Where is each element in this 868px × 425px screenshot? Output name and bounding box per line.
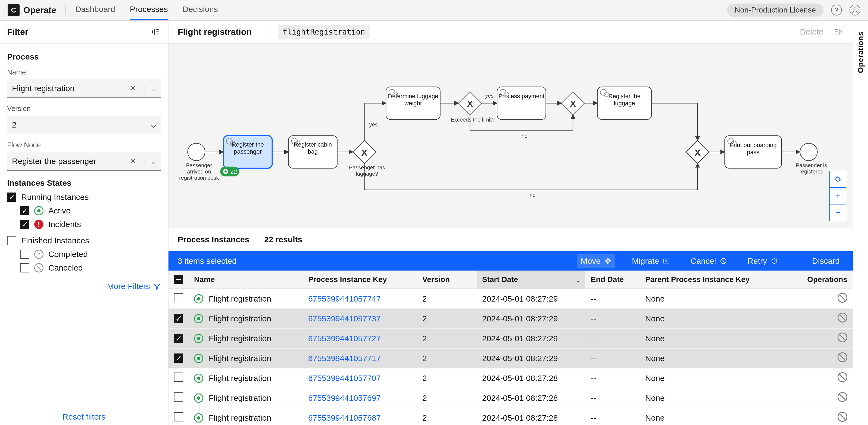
checkbox-finished[interactable]	[7, 236, 16, 245]
task-register-cabin-bag[interactable]: Register cabin bag	[288, 136, 337, 168]
start-event[interactable]	[188, 143, 205, 161]
end-event[interactable]	[800, 143, 817, 161]
row-checkbox[interactable]	[174, 372, 183, 382]
operations-rail[interactable]: Operations	[853, 21, 868, 425]
discard-button[interactable]: Discard	[808, 254, 843, 268]
table-row[interactable]: Flight registration 6755399441057697 2 2…	[168, 388, 853, 408]
table-row[interactable]: ✓ Flight registration 6755399441057737 2…	[168, 309, 853, 329]
move-button[interactable]: Move ✥	[577, 254, 615, 268]
col-name[interactable]: Name	[189, 271, 303, 289]
task-process-payment[interactable]: Process payment	[497, 87, 546, 120]
state-active-icon	[194, 413, 203, 423]
col-parent[interactable]: Parent Process Instance Key	[640, 271, 776, 289]
zoom-fit-button[interactable]	[829, 171, 846, 188]
row-checkbox[interactable]	[174, 392, 183, 402]
cancel-instance-icon[interactable]	[838, 353, 847, 362]
col-ops[interactable]: Operations	[776, 271, 853, 289]
svg-text:no: no	[530, 192, 536, 198]
table-row[interactable]: ✓ Flight registration 6755399441057727 2…	[168, 329, 853, 348]
checkbox-incidents[interactable]: ✓	[20, 220, 29, 229]
migrate-button[interactable]: Migrate	[628, 254, 674, 268]
checkbox-completed[interactable]	[20, 250, 29, 259]
nav-decisions[interactable]: Decisions	[183, 5, 218, 21]
brand[interactable]: C Operate	[8, 4, 56, 16]
row-key-link[interactable]: 6755399441057737	[308, 314, 381, 323]
col-start[interactable]: Start Date ↓	[477, 271, 585, 289]
col-end[interactable]: End Date	[585, 271, 640, 289]
clear-icon[interactable]: ✕	[130, 84, 136, 93]
row-checkbox[interactable]: ✓	[174, 334, 183, 343]
row-key-link[interactable]: 6755399441057727	[308, 334, 381, 343]
nav-processes[interactable]: Processes	[130, 5, 168, 21]
col-checkbox[interactable]	[168, 271, 189, 289]
row-key-link[interactable]: 6755399441057687	[308, 413, 381, 422]
task-register-passenger[interactable]: Register the passenger	[223, 136, 272, 168]
row-name: Flight registration	[209, 354, 271, 363]
filter-header: Filter	[0, 21, 168, 43]
row-checkbox[interactable]: ✓	[174, 314, 183, 323]
nav-dashboard[interactable]: Dashboard	[75, 5, 115, 21]
gateway-merge-payment[interactable]: X	[561, 92, 585, 115]
app-header: C Operate Dashboard Processes Decisions …	[0, 0, 868, 21]
row-parent: None	[640, 368, 776, 388]
select-all-checkbox[interactable]	[174, 275, 183, 284]
zoom-in-button[interactable]: +	[829, 188, 846, 205]
selection-bar: 3 items selected Move ✥ Migrate Cancel	[168, 251, 853, 271]
cancel-instance-icon[interactable]	[838, 412, 847, 422]
move-icon: ✥	[604, 256, 611, 266]
row-key-link[interactable]: 6755399441057717	[308, 354, 381, 363]
task-determine-luggage[interactable]: Determine luggage weight	[386, 87, 440, 120]
retry-button[interactable]: Retry	[744, 254, 782, 268]
svg-text:22: 22	[230, 168, 237, 175]
label-running: Running Instances	[21, 192, 89, 202]
instances-table: Name Process Instance Key Version Start …	[168, 271, 853, 425]
gateway-merge-final[interactable]: X	[686, 141, 709, 164]
collapse-panel-icon[interactable]	[833, 26, 843, 37]
bpmn-diagram[interactable]: Passenger arrived on registration desk R…	[168, 43, 853, 229]
chevron-down-icon[interactable]: ⌵	[151, 120, 156, 129]
task-print-pass[interactable]: Print out boarding pass	[725, 136, 782, 168]
table-row[interactable]: Flight registration 6755399441057747 2 2…	[168, 289, 853, 309]
row-version: 2	[417, 408, 477, 425]
row-checkbox[interactable]	[174, 293, 183, 302]
gateway-exceeds-limit[interactable]: X	[459, 92, 482, 115]
checkbox-active[interactable]: ✓	[20, 206, 29, 215]
gateway-has-luggage[interactable]: X	[353, 141, 376, 164]
collapse-panel-icon[interactable]	[150, 26, 161, 37]
row-key-link[interactable]: 6755399441057697	[308, 393, 381, 402]
task-register-luggage[interactable]: Register the luggage	[597, 87, 651, 120]
table-row[interactable]: ✓ Flight registration 6755399441057717 2…	[168, 348, 853, 368]
zoom-out-button[interactable]: −	[829, 205, 846, 221]
state-active-icon	[194, 314, 203, 323]
chevron-down-icon[interactable]: ⌵	[151, 156, 156, 166]
table-row[interactable]: Flight registration 6755399441057707 2 2…	[168, 368, 853, 388]
cancel-instance-icon[interactable]	[838, 313, 847, 323]
cancel-instance-icon[interactable]	[838, 293, 847, 303]
chevron-down-icon[interactable]: ⌵	[151, 84, 156, 93]
reset-filters-link[interactable]: Reset filters	[0, 406, 168, 425]
process-name-select[interactable]: Flight registration ✕ ⌵	[7, 79, 161, 98]
checkbox-running[interactable]: ✓	[7, 192, 16, 202]
flow-node-select[interactable]: Register the passenger ✕ ⌵	[7, 152, 161, 171]
row-key-link[interactable]: 6755399441057747	[308, 294, 381, 303]
help-icon[interactable]: ?	[831, 5, 842, 16]
row-end: --	[585, 348, 640, 368]
cancel-button[interactable]: Cancel	[687, 254, 731, 268]
row-checkbox[interactable]	[174, 412, 183, 422]
svg-point-6	[224, 171, 227, 173]
table-row[interactable]: Flight registration 6755399441057687 2 2…	[168, 408, 853, 425]
delete-button[interactable]: Delete	[800, 27, 824, 36]
user-avatar[interactable]	[849, 5, 860, 16]
col-key[interactable]: Process Instance Key	[303, 271, 417, 289]
cancel-instance-icon[interactable]	[838, 392, 847, 402]
more-filters-link[interactable]: More Filters	[7, 282, 161, 291]
row-key-link[interactable]: 6755399441057707	[308, 374, 381, 383]
cancel-instance-icon[interactable]	[838, 333, 847, 342]
section-process: Process	[7, 52, 161, 61]
col-version[interactable]: Version	[417, 271, 477, 289]
cancel-instance-icon[interactable]	[838, 372, 847, 382]
checkbox-canceled[interactable]	[20, 263, 29, 272]
version-select[interactable]: 2 ⌵	[7, 116, 161, 134]
row-checkbox[interactable]: ✓	[174, 354, 183, 363]
clear-icon[interactable]: ✕	[130, 157, 136, 165]
